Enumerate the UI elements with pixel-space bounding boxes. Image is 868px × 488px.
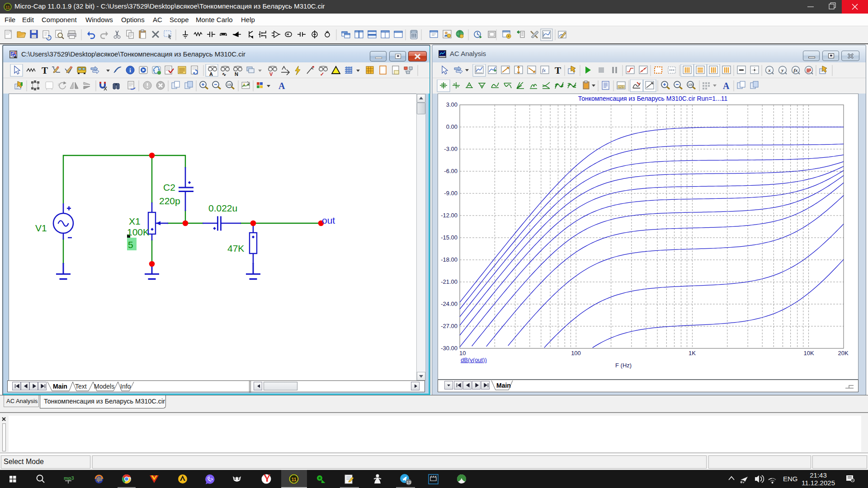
svg-text:-21.00: -21.00	[441, 278, 458, 285]
svg-text:F (Hz): F (Hz)	[615, 362, 632, 369]
svg-text:N: N	[235, 71, 238, 77]
svg-text:-15.00: -15.00	[441, 234, 458, 241]
svg-text:x: x	[768, 67, 771, 73]
svg-text:100: 100	[227, 83, 232, 86]
svg-text:y: y	[781, 67, 784, 73]
svg-text:T: T	[555, 65, 561, 76]
svg-text:0.00: 0.00	[446, 123, 458, 130]
svg-text:100: 100	[571, 350, 581, 357]
svg-text:Models: Models	[94, 383, 114, 390]
svg-text:out: out	[322, 215, 335, 225]
svg-text:i: i	[129, 67, 131, 74]
svg-text:100: 100	[688, 83, 693, 86]
svg-text:-27.00: -27.00	[441, 323, 458, 329]
svg-text:C2: C2	[163, 182, 175, 192]
svg-text:-9.00: -9.00	[444, 190, 458, 197]
svg-text:-3.00: -3.00	[444, 145, 458, 152]
svg-text:0.022u: 0.022u	[208, 203, 237, 213]
svg-text:13: 13	[406, 480, 411, 485]
svg-text:ENG: ENG	[783, 475, 798, 483]
svg-text:10: 10	[459, 350, 466, 357]
svg-text:20K: 20K	[838, 350, 848, 357]
svg-text:T: T	[42, 65, 48, 76]
svg-text:-6.00: -6.00	[444, 168, 458, 174]
svg-text:A: A	[209, 71, 213, 77]
svg-text:220p: 220p	[159, 196, 180, 206]
svg-text:Main: Main	[496, 382, 511, 389]
svg-text:10K: 10K	[803, 350, 814, 357]
svg-text:11.12.2025: 11.12.2025	[802, 479, 835, 487]
svg-text:11: 11	[291, 477, 296, 482]
svg-text:Тонкомпенсация из Беларусь M31: Тонкомпенсация из Беларусь M310C.cir Run…	[578, 95, 728, 102]
svg-text:Info: Info	[120, 383, 131, 390]
svg-text:21:43: 21:43	[810, 471, 827, 479]
svg-text:mp3: mp3	[64, 475, 74, 481]
svg-text:fx: fx	[542, 67, 546, 73]
svg-text:11: 11	[5, 5, 9, 9]
svg-text:-18.00: -18.00	[441, 256, 458, 263]
svg-text:V: V	[269, 71, 273, 77]
svg-text:100K: 100K	[127, 227, 149, 237]
svg-text:123: 123	[618, 85, 623, 89]
svg-text:5: 5	[128, 239, 133, 250]
svg-text:-24.00: -24.00	[441, 300, 458, 307]
svg-text:∿: ∿	[222, 71, 226, 77]
svg-text:Main: Main	[53, 383, 67, 390]
svg-text:-12.00: -12.00	[441, 212, 458, 219]
svg-text:✓: ✓	[320, 71, 324, 77]
svg-text:Text: Text	[75, 383, 87, 390]
svg-text:V1: V1	[35, 223, 47, 233]
svg-text:1K: 1K	[689, 350, 696, 357]
svg-text:A: A	[278, 81, 285, 91]
svg-text:fx: fx	[793, 67, 798, 73]
svg-text:X1: X1	[129, 216, 141, 226]
svg-text:-30.00: -30.00	[441, 345, 458, 352]
svg-text:A: A	[723, 81, 730, 91]
svg-text:47K: 47K	[227, 243, 244, 253]
svg-text:dB(v(out)): dB(v(out))	[461, 357, 487, 363]
svg-text:3.00: 3.00	[446, 101, 458, 108]
